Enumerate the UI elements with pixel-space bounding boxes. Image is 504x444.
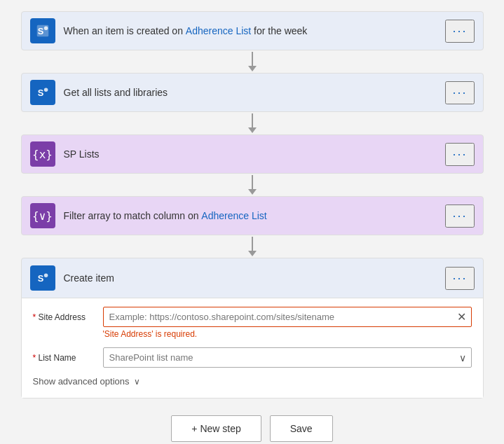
step-5-title: Create item xyxy=(64,272,446,284)
step-2-more-button[interactable]: ··· xyxy=(445,81,474,104)
connector-1 xyxy=(248,50,257,73)
svg-point-6 xyxy=(43,274,48,278)
connector-line-3 xyxy=(252,175,253,189)
connector-3 xyxy=(248,174,257,196)
flow-container: S When an item is created on Adherence L… xyxy=(21,11,484,398)
new-step-button[interactable]: + New step xyxy=(171,415,261,442)
filter-icon: {∨} xyxy=(32,209,53,223)
step-5-card: S Create item ··· * Site Address ✕ 'Site xyxy=(21,258,484,398)
advanced-options-chevron-icon: ∨ xyxy=(134,377,140,387)
step-5-header: S Create item ··· xyxy=(22,258,483,298)
site-address-row: * Site Address ✕ 'Site Address' is requi… xyxy=(33,307,472,339)
site-address-input-wrap: ✕ xyxy=(103,307,472,327)
connector-line-4 xyxy=(252,237,253,251)
advanced-options-label: Show advanced options xyxy=(33,376,130,387)
step-1-more-button[interactable]: ··· xyxy=(445,20,474,43)
step-4-title: Filter array to match column on Adherenc… xyxy=(64,210,446,221)
list-name-field: ∨ xyxy=(103,347,472,368)
step-1-icon: S xyxy=(30,18,55,43)
step-5-more-button[interactable]: ··· xyxy=(445,267,474,290)
step-4-card: {∨} Filter array to match column on Adhe… xyxy=(21,196,484,235)
step-1-title: When an item is created on Adherence Lis… xyxy=(64,25,446,36)
site-address-input[interactable] xyxy=(103,307,472,327)
sharepoint-icon-1: S xyxy=(35,23,50,39)
site-address-label: * Site Address xyxy=(33,307,103,322)
connector-2 xyxy=(248,112,257,134)
site-address-clear-button[interactable]: ✕ xyxy=(456,310,468,324)
step-3-title: SP Lists xyxy=(64,148,446,160)
connector-arrow-2 xyxy=(248,127,257,133)
svg-point-2 xyxy=(43,27,48,31)
svg-point-4 xyxy=(43,88,48,92)
connector-arrow-4 xyxy=(248,251,257,256)
save-button[interactable]: Save xyxy=(270,415,333,442)
step-5-body: * Site Address ✕ 'Site Address' is requi… xyxy=(22,298,483,398)
step-3-card: {x} SP Lists ··· xyxy=(21,134,484,174)
svg-text:S: S xyxy=(37,273,43,284)
connector-arrow-1 xyxy=(248,66,257,71)
variable-icon: {x} xyxy=(32,148,53,161)
required-marker-2: * xyxy=(33,353,39,363)
svg-text:S: S xyxy=(37,26,43,36)
required-marker-1: * xyxy=(33,312,39,322)
connector-line-1 xyxy=(252,52,253,66)
bottom-buttons: + New step Save xyxy=(171,415,332,442)
list-name-input[interactable] xyxy=(103,347,472,368)
step-2-title: Get all lists and libraries xyxy=(64,87,446,98)
step-3-icon: {x} xyxy=(30,141,55,167)
step-5-icon: S xyxy=(30,265,55,291)
step-4-more-button[interactable]: ··· xyxy=(445,204,474,228)
connector-arrow-3 xyxy=(248,189,257,195)
list-name-label: * List Name xyxy=(33,347,103,363)
sharepoint-icon-2: S xyxy=(35,85,50,100)
sharepoint-icon-5: S xyxy=(35,270,50,286)
site-address-field: ✕ 'Site Address' is required. xyxy=(103,307,472,339)
site-address-error: 'Site Address' is required. xyxy=(103,329,472,339)
svg-text:S: S xyxy=(37,88,43,98)
step-2-icon: S xyxy=(30,80,55,105)
connector-4 xyxy=(248,235,257,258)
connector-line-2 xyxy=(252,113,253,127)
step-1-card: S When an item is created on Adherence L… xyxy=(21,11,484,50)
step-4-icon: {∨} xyxy=(30,203,55,228)
list-name-input-wrap: ∨ xyxy=(103,347,472,368)
advanced-options-link[interactable]: Show advanced options ∨ xyxy=(33,376,472,387)
step-2-card: S Get all lists and libraries ··· xyxy=(21,73,484,112)
list-name-row: * List Name ∨ xyxy=(33,347,472,368)
step-3-more-button[interactable]: ··· xyxy=(445,143,474,166)
